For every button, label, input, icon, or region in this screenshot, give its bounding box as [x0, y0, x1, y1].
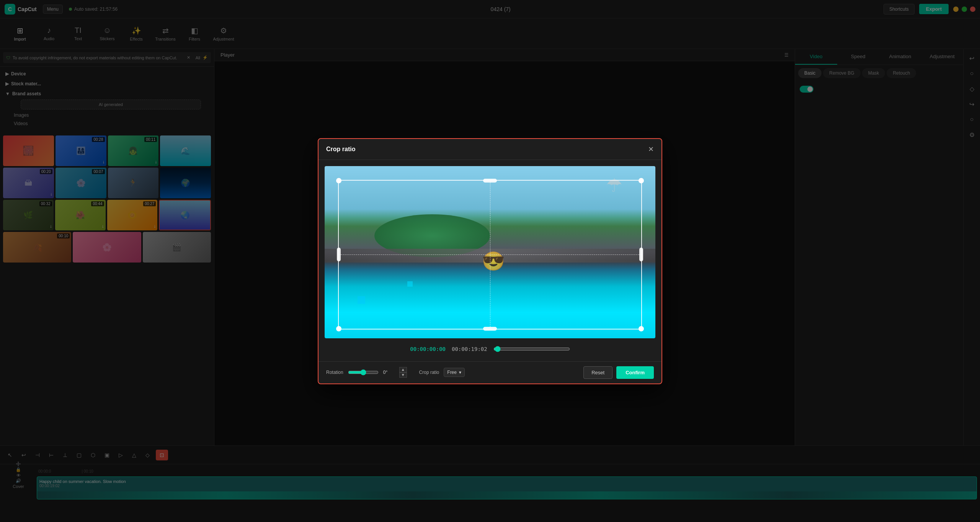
- crop-vertical-line: [490, 181, 490, 329]
- crop-ratio-chevron: ▾: [459, 370, 461, 375]
- crop-handle-top-right[interactable]: [639, 178, 644, 183]
- modal-header: Crop ratio ✕: [318, 139, 662, 160]
- modal-overlay: Crop ratio ✕ 😎 ☂: [0, 0, 980, 522]
- modal-title: Crop ratio: [326, 146, 355, 153]
- modal-footer: Rotation 0° ▲ ▼ Crop ratio Free ▾ Reset: [318, 361, 662, 383]
- time-scrubber[interactable]: [493, 346, 570, 352]
- time-bar: 00:00:00:00 00:00:19:02: [325, 343, 655, 355]
- crop-ratio-select[interactable]: Free ▾: [444, 368, 465, 377]
- rotation-value: 0°: [383, 370, 395, 375]
- crop-ratio-group: Crop ratio Free ▾: [419, 368, 465, 377]
- crop-handle-bottom-left[interactable]: [336, 326, 341, 331]
- crop-ratio-label: Crop ratio: [419, 370, 439, 375]
- crop-border: [338, 180, 642, 330]
- rotation-label: Rotation: [326, 370, 343, 375]
- crop-area[interactable]: 😎 ☂: [325, 166, 655, 338]
- modal-close-button[interactable]: ✕: [648, 145, 654, 153]
- footer-actions: Reset Confirm: [583, 366, 654, 379]
- time-current: 00:00:00:00: [410, 346, 446, 352]
- rotation-slider[interactable]: [348, 369, 379, 375]
- reset-button[interactable]: Reset: [583, 366, 612, 379]
- rotation-group: Rotation 0° ▲ ▼: [326, 367, 407, 378]
- time-total: 00:00:19:02: [452, 346, 487, 352]
- rotation-arrows: ▲ ▼: [399, 367, 407, 378]
- rotation-down-button[interactable]: ▼: [399, 372, 407, 378]
- rotation-up-button[interactable]: ▲: [399, 367, 407, 372]
- crop-ratio-value: Free: [447, 370, 457, 375]
- confirm-button[interactable]: Confirm: [616, 366, 654, 379]
- crop-ratio-modal: Crop ratio ✕ 😎 ☂: [318, 138, 662, 384]
- crop-handle-top-left[interactable]: [336, 178, 341, 183]
- modal-body: 😎 ☂: [318, 160, 662, 361]
